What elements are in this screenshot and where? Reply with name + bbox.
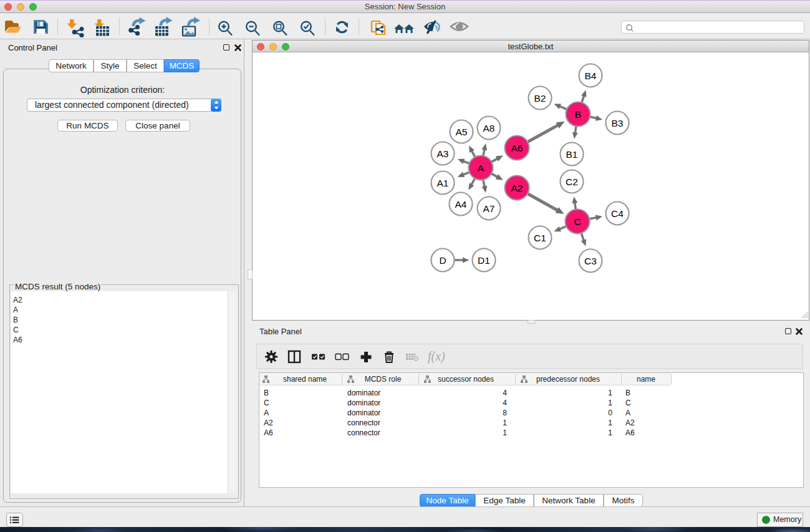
- svg-text:4: 4: [503, 399, 507, 407]
- svg-text:C: C: [625, 399, 631, 407]
- svg-text:4: 4: [503, 389, 507, 397]
- svg-text:1: 1: [608, 428, 612, 437]
- svg-text:D1: D1: [478, 255, 490, 266]
- svg-text:A7: A7: [483, 203, 495, 214]
- svg-text:dominator: dominator: [347, 389, 380, 397]
- svg-text:A6: A6: [264, 428, 273, 437]
- svg-text:1: 1: [503, 428, 507, 437]
- svg-text:1: 1: [608, 418, 612, 427]
- svg-text:B2: B2: [534, 93, 546, 104]
- svg-text:C4: C4: [611, 208, 624, 219]
- svg-text:C2: C2: [566, 177, 578, 187]
- svg-text:A6: A6: [511, 143, 523, 153]
- svg-text:A1: A1: [437, 178, 449, 188]
- svg-text:A2: A2: [625, 418, 635, 427]
- svg-text:A2: A2: [511, 183, 523, 193]
- svg-text:f(x): f(x): [428, 349, 445, 364]
- svg-text:A: A: [264, 409, 269, 417]
- svg-text:B3: B3: [612, 118, 624, 128]
- svg-text:1: 1: [503, 418, 507, 427]
- svg-text:A6: A6: [625, 428, 635, 437]
- svg-text:C3: C3: [584, 256, 597, 266]
- svg-text:1: 1: [608, 399, 612, 407]
- svg-text:B: B: [575, 109, 581, 120]
- svg-text:dominator: dominator: [347, 399, 380, 407]
- svg-text:A: A: [625, 409, 630, 417]
- svg-text:B1: B1: [566, 149, 578, 160]
- svg-text:0: 0: [608, 409, 612, 417]
- svg-text:connector: connector: [347, 418, 380, 427]
- svg-text:C1: C1: [534, 233, 546, 243]
- svg-text:B: B: [264, 389, 269, 397]
- svg-text:8: 8: [503, 409, 507, 417]
- svg-text:A: A: [478, 163, 485, 173]
- svg-text:successor nodes: successor nodes: [438, 375, 494, 384]
- svg-text:name: name: [637, 375, 655, 384]
- svg-text:C: C: [264, 399, 269, 407]
- svg-text:dominator: dominator: [347, 409, 380, 417]
- svg-text:D: D: [439, 255, 446, 266]
- svg-text:A8: A8: [483, 123, 495, 133]
- svg-text:shared name: shared name: [283, 375, 327, 384]
- svg-text:A4: A4: [455, 199, 467, 210]
- svg-text:1: 1: [608, 389, 612, 397]
- svg-text:MCDS role: MCDS role: [365, 375, 402, 384]
- svg-text:predecessor nodes: predecessor nodes: [536, 375, 600, 384]
- svg-text:B: B: [625, 389, 630, 397]
- svg-text:A2: A2: [264, 418, 273, 427]
- svg-text:A3: A3: [437, 148, 449, 159]
- svg-text:connector: connector: [347, 428, 380, 437]
- svg-text:B4: B4: [585, 70, 597, 81]
- svg-text:A5: A5: [456, 127, 468, 137]
- svg-text:C: C: [574, 216, 581, 227]
